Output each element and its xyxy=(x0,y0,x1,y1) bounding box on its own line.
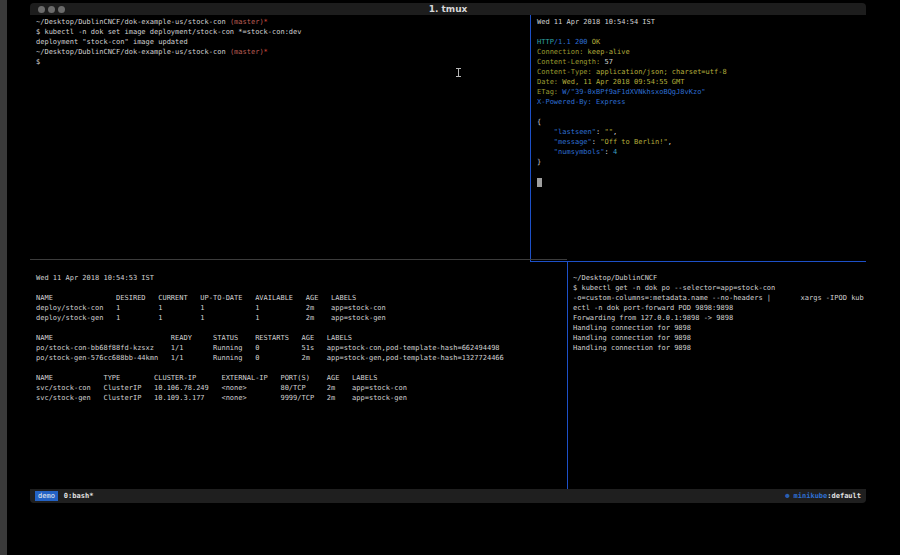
session-badge: demo xyxy=(35,491,58,501)
pane-top-right-http-response[interactable]: Wed 11 Apr 2018 10:54:54 ISTHTTP/1.1 200… xyxy=(537,17,727,187)
pane-bottom-right-port-forward[interactable]: ~/Desktop/DublinCNCF$ kubectl get -n dok… xyxy=(573,273,864,353)
kube-context-namespace: :default xyxy=(827,492,861,500)
window-tab-bash[interactable]: 0:bash* xyxy=(64,492,94,500)
kube-context-name: minikube xyxy=(794,492,828,500)
pane-border-horizontal-right xyxy=(530,261,866,262)
window-titlebar[interactable]: 1. tmux xyxy=(30,3,866,15)
ibeam-pointer-icon xyxy=(456,68,461,77)
terminal-window: 1. tmux ~/Desktop/DublinCNCF/dok-example… xyxy=(30,3,866,503)
screen: 1. tmux ~/Desktop/DublinCNCF/dok-example… xyxy=(0,0,900,555)
kube-context: ⊛ minikube:default xyxy=(785,492,861,500)
pane-border-vertical-bottom xyxy=(567,262,568,489)
screen-edge-strip xyxy=(0,0,7,555)
pane-border-horizontal-left xyxy=(30,259,567,260)
tmux-status-bar: demo 0:bash* ⊛ minikube:default xyxy=(30,489,866,503)
window-title: 1. tmux xyxy=(30,4,866,14)
pane-top-left-shell[interactable]: ~/Desktop/DublinCNCF/dok-example-us/stoc… xyxy=(36,17,302,67)
pane-border-vertical-top xyxy=(530,15,531,261)
pane-bottom-left-kubectl-get[interactable]: Wed 11 Apr 2018 10:54:53 ISTNAME DESIRED… xyxy=(36,273,504,403)
tmux-terminal: ~/Desktop/DublinCNCF/dok-example-us/stoc… xyxy=(30,15,866,489)
kubernetes-helm-icon: ⊛ xyxy=(785,492,793,500)
